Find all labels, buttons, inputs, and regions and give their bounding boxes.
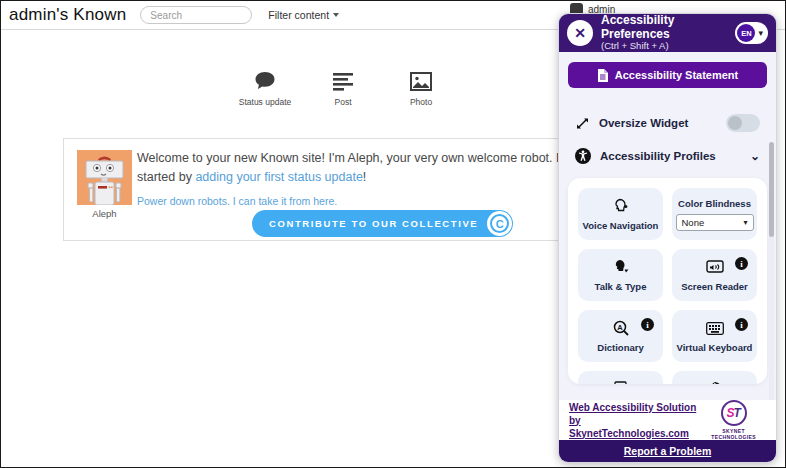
first-status-update-link[interactable]: adding your first status update	[195, 170, 362, 184]
color-blindness-select[interactable]: None ▾	[676, 214, 754, 231]
virtual-keyboard-icon	[706, 319, 724, 337]
talk-type-icon	[612, 258, 630, 276]
dictionary-icon: A	[613, 319, 629, 337]
chevron-down-icon: ▾	[743, 218, 747, 227]
oversize-widget-row: Oversize Widget	[575, 114, 760, 132]
accessibility-panel: ✕ Accessibility Preferences (Ctrl + Shif…	[558, 13, 777, 463]
feature-tiles-card: Voice Navigation Color Blindness None ▾ …	[568, 178, 767, 384]
tile-screen-reader[interactable]: i Screen Reader	[672, 249, 757, 301]
content-type-label: Photo	[410, 97, 432, 107]
read-mode-icon	[614, 380, 627, 384]
oversize-widget-label: Oversize Widget	[599, 117, 717, 129]
skynet-logo[interactable]: ST SKYNET TECHNOLOGIES	[701, 400, 766, 440]
accessibility-statement-button[interactable]: Accessibility Statement	[568, 62, 767, 88]
feature-tiles-grid: Voice Navigation Color Blindness None ▾ …	[578, 188, 757, 384]
content-type-row: Status update Post Photo	[237, 65, 449, 107]
new-post-button[interactable]: Post	[315, 65, 371, 107]
robot-avatar: Aleph	[77, 150, 132, 219]
footer-line2: SkynetTechnologies.com	[569, 428, 689, 439]
color-blindness-value: None	[682, 217, 705, 228]
site-title: admin's Known	[9, 5, 126, 25]
speech-bubble-icon	[254, 65, 276, 91]
new-photo-button[interactable]: Photo	[393, 65, 449, 107]
contribute-button-label: CONTRIBUTE TO OUR COLLECTIVE	[269, 218, 478, 229]
tile-virtual-keyboard[interactable]: i Virtual Keyboard	[672, 310, 757, 362]
document-icon	[597, 69, 608, 82]
contribute-button[interactable]: CONTRIBUTE TO OUR COLLECTIVE C	[252, 210, 513, 237]
accessibility-person-icon	[575, 148, 591, 164]
screen-reader-icon	[706, 258, 724, 276]
picture-icon	[410, 65, 432, 91]
known-logo-icon: C	[487, 211, 512, 236]
tile-color-blindness[interactable]: Color Blindness None ▾	[672, 188, 757, 240]
scrollbar-thumb[interactable]	[769, 142, 774, 237]
language-selector[interactable]: EN ▾	[735, 22, 768, 44]
panel-title: Accessibility Preferences	[601, 14, 727, 42]
accessibility-profiles-label: Accessibility Profiles	[600, 150, 741, 162]
robot-name: Aleph	[77, 208, 132, 219]
chevron-down-icon[interactable]: ⌄	[750, 149, 760, 163]
content-type-label: Post	[334, 97, 351, 107]
filter-label: Filter content	[268, 9, 329, 21]
tile-label: Virtual Keyboard	[677, 342, 753, 353]
new-status-update-button[interactable]: Status update	[237, 65, 293, 107]
info-icon[interactable]: i	[735, 318, 748, 331]
skynet-logo-icon: ST	[721, 400, 747, 426]
accessibility-panel-header: ✕ Accessibility Preferences (Ctrl + Shif…	[559, 14, 776, 52]
welcome-card: Aleph Welcome to your new Known site! I'…	[63, 138, 620, 241]
resize-arrows-icon	[575, 116, 590, 131]
tile-label: Color Blindness	[678, 198, 751, 209]
accessibility-profiles-row[interactable]: Accessibility Profiles ⌄	[575, 148, 760, 164]
welcome-message: Welcome to your new Known site! I'm Alep…	[137, 149, 607, 188]
content-type-label: Status update	[239, 97, 291, 107]
oversize-widget-toggle[interactable]	[726, 114, 760, 132]
panel-scrollbar[interactable]	[769, 142, 774, 420]
robot-illustration	[77, 150, 132, 205]
filter-content-dropdown[interactable]: Filter content	[268, 9, 339, 21]
reading-mask-icon	[706, 380, 723, 384]
search-input[interactable]: Search	[140, 6, 252, 24]
tile-label: Screen Reader	[681, 281, 748, 292]
accessibility-panel-titles: Accessibility Preferences (Ctrl + Shift …	[601, 14, 727, 53]
welcome-message-end: !	[363, 170, 366, 184]
tile-read-mode[interactable]: Read Mode	[578, 371, 663, 384]
report-problem-bar[interactable]: Report a Problem	[559, 440, 776, 462]
tile-label: Talk & Type	[595, 281, 647, 292]
tile-reading-mask[interactable]: Reading Mask	[672, 371, 757, 384]
tile-label: Voice Navigation	[583, 220, 659, 231]
svg-text:A: A	[617, 323, 623, 332]
search-placeholder: Search	[150, 10, 182, 21]
footer-line1: Web Accessibility Solution by	[569, 402, 696, 426]
report-problem-link[interactable]: Report a Problem	[624, 445, 712, 457]
toggle-knob	[728, 116, 742, 130]
language-badge: EN	[737, 24, 755, 42]
panel-footer: Web Accessibility Solution by SkynetTech…	[559, 400, 776, 440]
text-lines-icon	[333, 65, 353, 91]
close-icon[interactable]: ✕	[567, 20, 593, 46]
tile-talk-and-type[interactable]: Talk & Type	[578, 249, 663, 301]
tile-dictionary[interactable]: i A Dictionary	[578, 310, 663, 362]
tile-voice-navigation[interactable]: Voice Navigation	[578, 188, 663, 240]
page: admin's Known Search Filter content admi…	[0, 0, 786, 468]
skynet-website-link[interactable]: Web Accessibility Solution by SkynetTech…	[569, 401, 701, 440]
voice-navigation-icon	[612, 197, 629, 215]
info-icon[interactable]: i	[735, 257, 748, 270]
dismiss-robot-link[interactable]: Power down robots. I can take it from he…	[137, 195, 337, 207]
accessibility-statement-label: Accessibility Statement	[615, 69, 739, 81]
panel-shortcut: (Ctrl + Shift + A)	[601, 41, 727, 52]
chevron-down-icon	[333, 13, 339, 17]
tile-label: Dictionary	[597, 342, 643, 353]
info-icon[interactable]: i	[641, 318, 654, 331]
skynet-brand-name: SKYNET TECHNOLOGIES	[701, 428, 766, 440]
chevron-down-icon: ▾	[758, 28, 763, 38]
